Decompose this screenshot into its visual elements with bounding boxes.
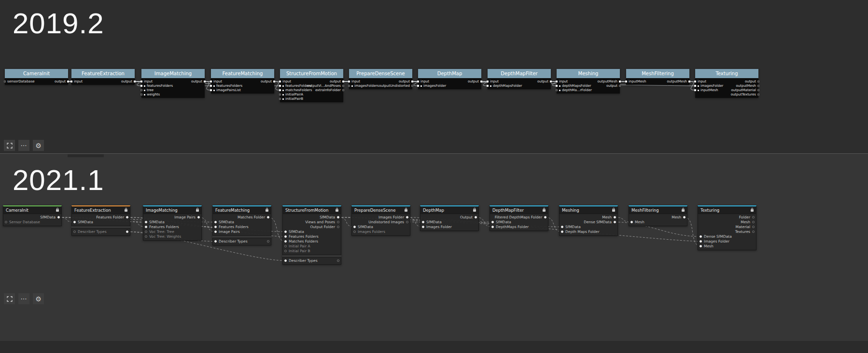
node-DepthMapFilter[interactable]: DepthMapFilterinputoutputdepthMapsFolder <box>488 69 551 89</box>
port-outputMesh[interactable] <box>757 85 759 87</box>
port-input[interactable] <box>140 81 142 82</box>
port-Views and Poses[interactable] <box>337 221 339 223</box>
port-extraInfoFolder[interactable] <box>342 89 344 91</box>
node-FeatureExtraction[interactable]: FeatureExtractionFeatures FolderSfMDataD… <box>71 205 130 236</box>
port-Images Folders[interactable] <box>353 231 356 233</box>
port-input[interactable] <box>556 81 558 82</box>
port-Features Folders[interactable] <box>214 226 217 228</box>
port-SfMData[interactable] <box>284 231 287 233</box>
node-graph-canvas-2019[interactable]: CameraInitsensorDatabaseoutputFeatureExt… <box>0 0 868 153</box>
port-Output[interactable] <box>475 216 477 218</box>
port-Depth Maps Folder[interactable] <box>561 231 563 233</box>
port-output[interactable] <box>411 81 413 82</box>
port-featuresFolders[interactable] <box>279 85 281 87</box>
node-DepthMap[interactable]: DepthMapOutputSfMDataImages Folder <box>420 205 479 231</box>
port-Describer Types[interactable] <box>73 231 76 233</box>
port-Matches Folders[interactable] <box>284 240 287 243</box>
port-outputVi...AndPoses[interactable] <box>342 85 344 87</box>
port-output[interactable] <box>550 81 552 82</box>
port-initialPairA[interactable] <box>279 94 281 95</box>
more-options-button[interactable]: ⋯ <box>18 140 29 151</box>
port-Voc Tree: Weights[interactable] <box>145 235 147 238</box>
port-SfMData[interactable] <box>422 221 424 223</box>
port-SfMData[interactable] <box>73 221 76 223</box>
port-output[interactable] <box>619 85 621 87</box>
port-SfMData[interactable] <box>145 221 147 223</box>
port-SfMData[interactable] <box>491 221 494 223</box>
port-Material[interactable] <box>752 226 755 228</box>
fit-view-button[interactable] <box>4 140 15 151</box>
port-output[interactable] <box>480 81 482 82</box>
node-PrepareDenseScene[interactable]: PrepareDenseSceneinputoutputimagesFolder… <box>349 69 412 89</box>
settings-button[interactable]: ⚙ <box>33 140 44 151</box>
port-Describer Types[interactable] <box>214 240 217 243</box>
node-ImageMatching[interactable]: ImageMatchingImage PairsSfMDataFeatures … <box>143 205 202 241</box>
port-SfMData[interactable] <box>561 226 563 228</box>
port-initialPairB[interactable] <box>279 98 281 100</box>
port-input[interactable] <box>279 81 281 82</box>
node-StructureFromMotion[interactable]: StructureFromMotioninputoutputfeaturesFo… <box>280 69 343 102</box>
port-Describer Types[interactable] <box>337 259 339 262</box>
port-Mesh[interactable] <box>614 216 616 218</box>
port-output[interactable] <box>273 81 275 82</box>
port-SfMData[interactable] <box>214 221 217 223</box>
port-Mesh[interactable] <box>630 221 633 223</box>
port-Describer Types[interactable] <box>284 259 287 262</box>
more-options-button[interactable]: ⋯ <box>18 293 29 304</box>
node-Meshing[interactable]: MeshinginputoutputMeshdepthMapsFolderout… <box>557 69 620 94</box>
node-CameraInit[interactable]: CameraInitSfMDataSensor Database <box>3 205 62 226</box>
port-Image Pairs[interactable] <box>214 231 217 233</box>
port-Describer Types[interactable] <box>267 240 269 243</box>
node-FeatureMatching[interactable]: FeatureMatchinginputoutputfeaturesFolder… <box>211 69 274 94</box>
port-output[interactable] <box>134 81 136 82</box>
port-imagePairsList[interactable] <box>210 89 212 91</box>
node-Texturing[interactable]: TexturinginputoutputimagesFolderoutputMe… <box>695 69 758 98</box>
port-output[interactable] <box>67 81 69 82</box>
node-graph-canvas-2021[interactable]: CameraInitSfMDataSensor DatabaseFeatureE… <box>0 154 868 353</box>
node-ImageMatching[interactable]: ImageMatchinginputoutputfeaturesFolderst… <box>141 69 205 98</box>
node-FeatureExtraction[interactable]: FeatureExtractioninputoutput <box>71 69 135 85</box>
port-featuresFolders[interactable] <box>210 85 212 87</box>
port-input[interactable] <box>348 81 350 82</box>
port-Filtered DepthMaps Folder[interactable] <box>544 216 546 218</box>
port-Mesh[interactable] <box>752 221 755 223</box>
port-Describer Types[interactable] <box>126 231 128 233</box>
port-Images Folder[interactable] <box>422 226 424 228</box>
node-DepthMapFilter[interactable]: DepthMapFilterFiltered DepthMaps FolderS… <box>490 205 548 231</box>
port-Folder[interactable] <box>752 216 755 218</box>
node-CameraInit[interactable]: CameraInitsensorDatabaseoutput <box>5 69 68 85</box>
port-Features Folder[interactable] <box>126 216 128 218</box>
node-MeshFiltering[interactable]: MeshFilteringinputMeshoutputMesh <box>626 69 689 85</box>
port-output[interactable] <box>204 81 206 82</box>
port-Undistorted Images[interactable] <box>406 221 408 223</box>
port-output[interactable] <box>757 81 759 82</box>
port-Mesh[interactable] <box>683 216 686 218</box>
port-SfMData[interactable] <box>337 216 339 218</box>
port-tree[interactable] <box>140 89 142 91</box>
port-Images Folder[interactable] <box>700 240 702 243</box>
node-PrepareDenseScene[interactable]: PrepareDenseSceneImages FolderUndistorte… <box>351 205 410 236</box>
port-output[interactable] <box>342 81 344 82</box>
port-input[interactable] <box>694 81 696 82</box>
port-Dense SfMData[interactable] <box>700 235 702 238</box>
port-outputMesh[interactable] <box>688 81 690 82</box>
port-Sensor Database[interactable] <box>5 221 7 223</box>
node-DepthMap[interactable]: DepthMapinputoutputimagesFolder <box>418 69 481 89</box>
port-input[interactable] <box>70 81 72 82</box>
port-Matches Folder[interactable] <box>267 216 269 218</box>
port-outputMesh[interactable] <box>619 81 621 82</box>
port-DepthMaps Folder[interactable] <box>491 226 494 228</box>
port-matchesFolders[interactable] <box>279 89 281 91</box>
port-Mesh[interactable] <box>700 245 702 247</box>
port-featuresFolders[interactable] <box>140 85 142 87</box>
fit-view-button[interactable] <box>4 293 15 304</box>
port-SfMData[interactable] <box>353 226 356 228</box>
port-Initial Pair B[interactable] <box>284 250 287 252</box>
port-depthMapsFolder[interactable] <box>487 85 489 87</box>
port-input[interactable] <box>210 81 212 82</box>
port-Voc Tree: Tree[interactable] <box>145 231 147 233</box>
port-sensorDatabase[interactable] <box>4 81 6 82</box>
port-outputTextures[interactable] <box>757 94 759 95</box>
port-weights[interactable] <box>140 94 142 95</box>
port-Image Pairs[interactable] <box>197 216 200 218</box>
